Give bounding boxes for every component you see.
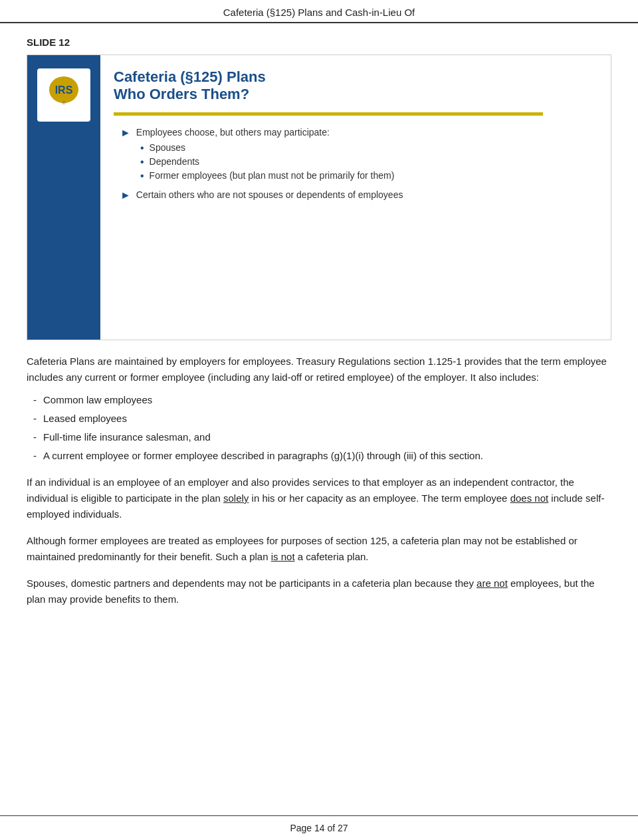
para2-solely: solely: [223, 492, 249, 504]
list-item-1: - Common law employees: [27, 392, 611, 408]
dash-1: -: [33, 392, 37, 408]
arrow-bullet-1: ► Employees choose, but others may parti…: [120, 126, 591, 140]
sub-bullet-spouses: • Spouses: [140, 142, 591, 154]
dash-3: -: [33, 429, 37, 445]
irs-logo-text: IRS ☺: [41, 70, 87, 120]
sub-bullet-dependents-text: Dependents: [150, 156, 200, 167]
svg-text:☺: ☺: [61, 100, 66, 106]
paragraph-1: Cafeteria Plans are maintained by employ…: [27, 354, 611, 385]
list-item-4-text: A current employee or former employee de…: [43, 448, 483, 464]
header-title: Cafeteria (§125) Plans and Cash-in-Lieu …: [223, 7, 415, 18]
dash-2: -: [33, 411, 37, 427]
sub-bullet-former-text: Former employees (but plan must not be p…: [150, 170, 395, 181]
para3-is-not: is not: [271, 551, 295, 562]
arrow-icon-1: ►: [120, 127, 131, 139]
slide-blue-panel: IRS ☺: [27, 55, 100, 340]
list-item-4: - A current employee or former employee …: [27, 448, 611, 464]
para2-does-not: does not: [510, 492, 549, 504]
irs-logo: IRS ☺: [37, 68, 90, 122]
paragraph-3: Although former employees are treated as…: [27, 533, 611, 565]
svg-text:IRS: IRS: [55, 84, 73, 96]
bullet-2-text: Certain others who are not spouses or de…: [136, 189, 403, 202]
slide-right-panel: Cafeteria (§125) Plans Who Orders Them? …: [100, 55, 611, 340]
para2-part2: in his or her capacity as an employee. T…: [249, 492, 510, 504]
list-items: - Common law employees - Leased employee…: [27, 392, 611, 464]
sub-bullet-former-employees: • Former employees (but plan must not be…: [140, 170, 591, 182]
list-item-3: - Full-time life insurance salesman, and: [27, 429, 611, 445]
page-header: Cafeteria (§125) Plans and Cash-in-Lieu …: [0, 0, 638, 23]
bullet-1-text: Employees choose, but others may partici…: [136, 126, 330, 140]
slide-title-line1: Cafeteria (§125) Plans: [114, 68, 591, 86]
slide-bullet-1: ► Employees choose, but others may parti…: [114, 126, 591, 182]
dot-icon-3: •: [140, 170, 144, 182]
para1-text: Cafeteria Plans are maintained by employ…: [27, 356, 607, 383]
list-item-3-text: Full-time life insurance salesman, and: [43, 429, 211, 445]
arrow-icon-2: ►: [120, 189, 131, 201]
para3-end: a cafeteria plan.: [295, 551, 369, 562]
body-text-para2: If an individual is an employee of an em…: [27, 474, 611, 522]
main-content: SLIDE 12 IRS ☺: [0, 23, 638, 658]
slide-bullet-2: ► Certain others who are not spouses or …: [114, 189, 591, 202]
body-text-para4: Spouses, domestic partners and dependent…: [27, 576, 611, 607]
body-text-area: Cafeteria Plans are maintained by employ…: [27, 354, 611, 464]
list-item-2-text: Leased employees: [43, 411, 127, 427]
sub-bullet-spouses-text: Spouses: [150, 142, 185, 153]
slide-container: IRS ☺ Cafeteria (§125) Plans Who Orders …: [27, 54, 611, 340]
slide-label: SLIDE 12: [27, 37, 611, 48]
sub-bullet-dependents: • Dependents: [140, 156, 591, 168]
slide-title-block: Cafeteria (§125) Plans Who Orders Them?: [114, 68, 591, 103]
paragraph-2: If an individual is an employee of an em…: [27, 474, 611, 522]
sub-bullets-1: • Spouses • Dependents • Former employee…: [140, 142, 591, 182]
dot-icon-1: •: [140, 142, 144, 154]
list-item-1-text: Common law employees: [43, 392, 152, 408]
body-text-para3: Although former employees are treated as…: [27, 533, 611, 565]
slide-inner: IRS ☺ Cafeteria (§125) Plans Who Orders …: [27, 55, 611, 340]
list-item-2: - Leased employees: [27, 411, 611, 427]
para4-part1: Spouses, domestic partners and dependent…: [27, 578, 477, 589]
blue-curve-decoration: [27, 207, 100, 340]
yellow-bar-decoration: [114, 112, 543, 116]
page-footer: Page 14 of 27: [0, 815, 638, 840]
page-info: Page 14 of 27: [290, 823, 348, 833]
dot-icon-2: •: [140, 156, 144, 168]
arrow-bullet-2: ► Certain others who are not spouses or …: [120, 189, 591, 202]
paragraph-4: Spouses, domestic partners and dependent…: [27, 576, 611, 607]
dash-4: -: [33, 448, 37, 464]
slide-title-line2: Who Orders Them?: [114, 86, 591, 103]
irs-eagle-icon: IRS ☺: [41, 70, 87, 116]
para4-are-not: are not: [477, 578, 508, 589]
